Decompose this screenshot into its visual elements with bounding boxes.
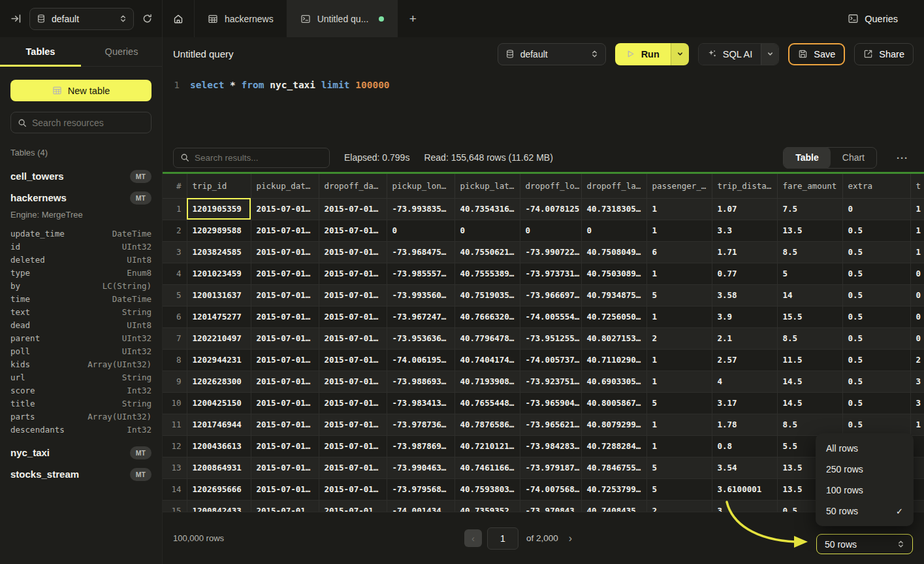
cell[interactable]: -73.951255…	[520, 327, 581, 349]
cell[interactable]: 1201746944	[187, 414, 251, 435]
cell[interactable]: 40.7550621…	[454, 241, 520, 263]
cell[interactable]: 40.7503089…	[581, 263, 646, 284]
resource-search-input[interactable]	[32, 118, 150, 128]
save-button[interactable]: Save	[788, 43, 845, 65]
cell[interactable]: 40.7318305…	[581, 198, 646, 220]
column-header[interactable]: pickup_dat…	[251, 174, 319, 198]
cell[interactable]: 2015-07-01…	[251, 478, 319, 500]
cell[interactable]: 0	[387, 220, 454, 241]
cell[interactable]: 40.7796478…	[454, 327, 520, 349]
cell[interactable]: 14	[777, 284, 842, 306]
cell[interactable]: 40.7288284…	[581, 435, 646, 457]
cell[interactable]: 5	[646, 478, 712, 500]
sidebar-item-nyc-taxi[interactable]: nyc_taxi MT	[10, 442, 151, 463]
cell[interactable]: 0.5	[842, 349, 910, 371]
cell[interactable]: 40.8005867…	[581, 392, 646, 414]
cell[interactable]: -73.990722…	[520, 241, 581, 263]
cell[interactable]: 1201023459	[187, 263, 251, 284]
cell[interactable]: 3	[910, 392, 924, 414]
cell[interactable]: 1	[646, 306, 712, 327]
cell[interactable]: 0.5	[842, 327, 910, 349]
cell[interactable]: -73.953636…	[387, 327, 454, 349]
cell[interactable]: 1	[646, 349, 712, 371]
cell[interactable]: 0	[910, 306, 924, 327]
cell[interactable]: 2015-07-01…	[319, 414, 387, 435]
cell[interactable]: -74.0078125	[520, 198, 581, 220]
cell[interactable]: 2015-07-01…	[251, 198, 319, 220]
tab-hackernews[interactable]: hackernews	[195, 0, 287, 37]
cell[interactable]: -73.993560…	[387, 284, 454, 306]
new-tab-button[interactable]: +	[398, 0, 428, 37]
cell[interactable]: 1200864931	[187, 457, 251, 478]
cell[interactable]: 1202695666	[187, 478, 251, 500]
cell[interactable]: -73.970843…	[520, 500, 581, 512]
database-selector[interactable]: default	[29, 8, 134, 30]
cell[interactable]: 7.5	[777, 198, 842, 220]
new-table-button[interactable]: New table	[10, 80, 151, 101]
cell[interactable]: 2015-07-01…	[319, 500, 387, 512]
cell[interactable]: 1202210497	[187, 327, 251, 349]
cell[interactable]: 40.7253799…	[581, 478, 646, 500]
cell[interactable]: 0.5	[842, 414, 910, 435]
cell[interactable]: 1.07	[712, 198, 777, 220]
cell[interactable]: 1200425150	[187, 392, 251, 414]
column-header[interactable]: pickup_lat…	[454, 174, 520, 198]
cell[interactable]: 2015-07-01…	[319, 371, 387, 392]
cell[interactable]: -73.978736…	[387, 414, 454, 435]
cell[interactable]: 40.7508049…	[581, 241, 646, 263]
tab-untitled-query[interactable]: Untitled qu...	[287, 0, 398, 37]
results-search[interactable]	[173, 148, 330, 168]
cell[interactable]: 2015-07-01…	[251, 457, 319, 478]
cell[interactable]: 40.7666320…	[454, 306, 520, 327]
cell[interactable]: 1	[646, 371, 712, 392]
column-header[interactable]: #	[163, 174, 187, 198]
cell[interactable]: 2015-07-01…	[319, 198, 387, 220]
cell[interactable]: 0.5	[842, 241, 910, 263]
cell[interactable]: -73.973731…	[520, 263, 581, 284]
cell[interactable]: -73.983413…	[387, 392, 454, 414]
cell[interactable]: 5	[777, 263, 842, 284]
cell[interactable]: 40.7193908…	[454, 371, 520, 392]
cell[interactable]: 3.54	[712, 457, 777, 478]
cell[interactable]: 5	[646, 284, 712, 306]
view-toggle-table[interactable]: Table	[784, 147, 831, 169]
cell[interactable]: 2015-07-01…	[251, 241, 319, 263]
cell[interactable]: 2015-07-01…	[251, 349, 319, 371]
cell[interactable]: 2015-07-01…	[251, 263, 319, 284]
row-limit-option[interactable]: 100 rows	[816, 480, 914, 501]
cell[interactable]: 40.7359352…	[454, 500, 520, 512]
sql-ai-button[interactable]: SQL AI	[699, 44, 761, 65]
column-header[interactable]: passenger_…	[646, 174, 712, 198]
cell[interactable]: 2	[910, 349, 924, 371]
cell[interactable]: 1201905359	[187, 198, 251, 220]
cell[interactable]: -74.006195…	[387, 349, 454, 371]
sidebar-item-stocks-stream[interactable]: stocks_stream MT	[10, 463, 151, 485]
cell[interactable]: 40.7461166…	[454, 457, 520, 478]
cell[interactable]: 1202628300	[187, 371, 251, 392]
cell[interactable]: 2015-07-01…	[319, 241, 387, 263]
cell[interactable]: 2015-07-01…	[251, 284, 319, 306]
cell[interactable]: 15.5	[777, 306, 842, 327]
cell[interactable]: 3.17	[712, 392, 777, 414]
cell[interactable]: 2015-07-01…	[319, 263, 387, 284]
cell[interactable]: 1	[646, 263, 712, 284]
cell[interactable]: 1	[646, 220, 712, 241]
cell[interactable]: 1	[910, 241, 924, 263]
query-database-selector[interactable]: default	[498, 43, 606, 65]
cell[interactable]: 2015-07-01…	[319, 284, 387, 306]
cell[interactable]: 0	[520, 220, 581, 241]
cell[interactable]: 40.6903305…	[581, 371, 646, 392]
cell[interactable]: 2015-07-01…	[251, 414, 319, 435]
cell[interactable]: 2015-07-01…	[319, 457, 387, 478]
cell[interactable]: 11.5	[777, 349, 842, 371]
cell[interactable]: 1	[646, 435, 712, 457]
cell[interactable]: 40.7593803…	[454, 478, 520, 500]
run-button[interactable]: Run	[615, 43, 671, 65]
cell[interactable]: -73.923751…	[520, 371, 581, 392]
cell[interactable]: 0.8	[712, 435, 777, 457]
cell[interactable]: -73.979187…	[520, 457, 581, 478]
cell[interactable]: 1.78	[712, 414, 777, 435]
previous-page-button[interactable]: ‹	[464, 529, 482, 547]
cell[interactable]: 0.5	[842, 371, 910, 392]
cell[interactable]: -73.990463…	[387, 457, 454, 478]
